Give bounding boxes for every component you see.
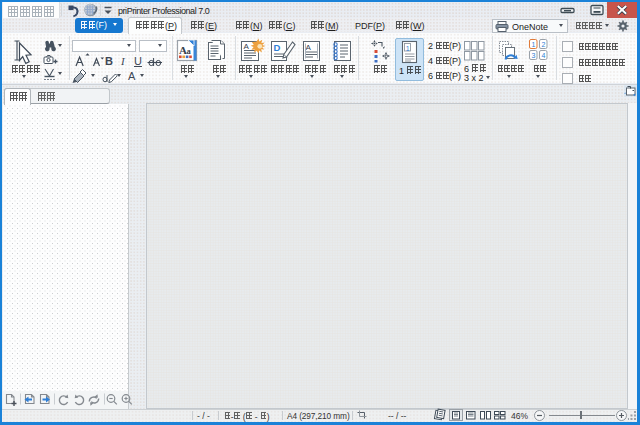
svg-text:D: D: [274, 42, 281, 53]
svg-text:2: 2: [542, 41, 546, 48]
svg-text:1: 1: [532, 41, 536, 48]
svg-text:3: 3: [532, 52, 536, 59]
svg-text:4: 4: [542, 52, 546, 59]
svg-text:1: 1: [406, 45, 410, 52]
svg-text:A: A: [306, 43, 312, 52]
svg-text:A: A: [244, 42, 250, 51]
